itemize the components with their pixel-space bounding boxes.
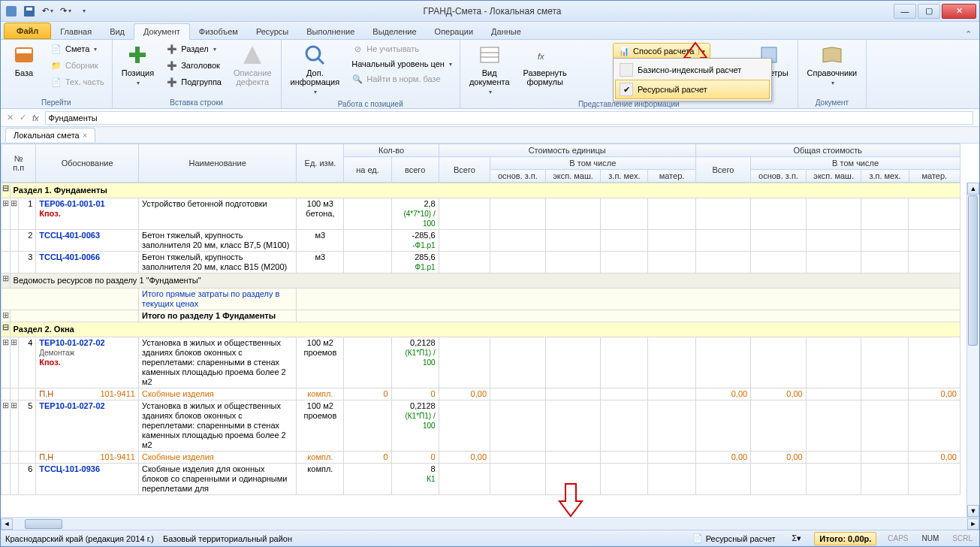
tab-phys[interactable]: Физобъем — [190, 24, 247, 39]
sheet-icon: 📄 — [692, 533, 704, 545]
checkbox-empty-icon — [620, 63, 633, 77]
table-row: 3 ТССЦ-401-0066 Бетон тяжелый, крупность… — [2, 252, 960, 274]
vertical-scrollbar[interactable]: ▲ ▼ — [966, 183, 979, 517]
tab-exec[interactable]: Выполнение — [297, 24, 363, 39]
tab-document[interactable]: Документ — [134, 23, 190, 40]
tab-home[interactable]: Главная — [51, 24, 101, 39]
ribbon: База 📄Смета▾ 📁Сборник 📄Тех. часть Перейт… — [1, 40, 979, 109]
totals-row: Итого прямые затраты по разделу в текущи… — [2, 289, 960, 310]
folder-icon: 📁 — [50, 59, 62, 71]
sheet-tab[interactable]: Локальная смета × — [5, 128, 95, 142]
tab-operations[interactable]: Операции — [426, 24, 482, 39]
close-button[interactable]: ✕ — [942, 4, 976, 19]
group-pos-label: Работа с позицией — [286, 98, 455, 110]
tab-data[interactable]: Данные — [482, 24, 530, 39]
data-grid: № п.п Обоснование Наименование Ед. изм. … — [1, 144, 979, 530]
svg-rect-2 — [26, 8, 32, 11]
sheet-tabs: Локальная смета × — [1, 127, 979, 144]
base-button[interactable]: База — [5, 41, 43, 79]
svg-rect-0 — [6, 6, 17, 17]
sbornik-button: 📁Сборник — [47, 58, 107, 73]
ribbon-tabs: Файл Главная Вид Документ Физобъем Ресур… — [1, 22, 979, 40]
doc-icon: 📄 — [50, 76, 62, 88]
warn-icon — [240, 43, 264, 67]
database-icon — [12, 43, 36, 67]
group-goto-label: Перейти — [5, 97, 107, 108]
qat-redo-icon[interactable]: ↷▾ — [58, 4, 73, 19]
vedom-row: ⊞Ведомость ресурсов по разделу 1 "Фундам… — [2, 274, 960, 289]
ribbon-collapse-icon[interactable]: ⌃ — [965, 29, 979, 39]
table-row: П,Н101-9411 Скобяные изделия компл. 0 0 … — [2, 452, 960, 464]
status-region: Краснодарский край (редакция 2014 г.) — [5, 534, 154, 543]
svg-rect-6 — [129, 53, 146, 57]
section-row: ⊟Раздел 2. Окна — [2, 322, 960, 337]
file-tab[interactable]: Файл — [4, 23, 51, 39]
group-doc-label: Документ — [803, 97, 862, 108]
annotation-arrow-down — [556, 482, 586, 520]
table-row: 2 ТССЦ-401-0063 Бетон тяжелый, крупность… — [2, 230, 960, 252]
sheet-icon: 📄 — [50, 43, 62, 55]
smeta-button[interactable]: 📄Смета▾ — [47, 41, 107, 56]
svg-line-9 — [318, 58, 324, 64]
qat-save-icon[interactable] — [22, 4, 37, 19]
grid-header: № п.п Обоснование Наименование Ед. изм. … — [1, 144, 960, 183]
formula-input[interactable] — [45, 111, 973, 125]
method-option-resource[interactable]: ✔ Ресурсный расчет — [615, 80, 770, 99]
book-icon — [820, 43, 844, 67]
qat-undo-icon[interactable]: ↶▾ — [40, 4, 55, 19]
svg-rect-10 — [481, 47, 499, 62]
sheet-close-icon[interactable]: × — [83, 131, 87, 140]
num-indicator: NUM — [920, 534, 942, 542]
status-calc-mode[interactable]: 📄 Ресурсный расчет — [688, 531, 779, 546]
method-dropdown: Базисно-индексный расчет ✔ Ресурсный рас… — [613, 58, 772, 101]
table-row: ⊞⊞ 1 ТЕР06-01-001-01Кпоз. Устройство бет… — [2, 198, 960, 230]
caps-indicator: CAPS — [885, 534, 910, 542]
subgroup-button[interactable]: ➕Подгруппа — [163, 74, 225, 89]
fbar-cancel-icon[interactable]: ✕ — [7, 113, 14, 122]
status-sigma-icon[interactable]: Σ▾ — [789, 532, 806, 545]
fx-icon: fx — [533, 43, 557, 67]
minimize-button[interactable]: — — [894, 4, 916, 19]
plus-icon — [125, 43, 149, 67]
table-row: П,Н101-9411 Скобяные изделия компл. 0 0 … — [2, 388, 960, 400]
position-button[interactable]: Позиция▾ — [117, 41, 159, 89]
table-row: ⊞⊞ 4 ТЕР10-01-027-02ДемонтажКпоз. Устано… — [2, 337, 960, 388]
fx-label: fx — [32, 113, 39, 122]
window-title: ГРАНД-Смета - Локальная смета — [91, 6, 894, 17]
qat-app-icon[interactable] — [4, 4, 19, 19]
sprav-button[interactable]: Справочники▾ — [803, 41, 862, 89]
horizontal-scrollbar[interactable]: ◄ ► — [1, 517, 979, 530]
ignore-button: ⊘Не учитывать — [348, 41, 455, 56]
qat-more-icon[interactable]: ▾ — [76, 4, 91, 19]
formula-bar: ✕ ✓ fx — [1, 109, 979, 127]
findnorm-button: 🔍Найти в норм. базе — [348, 71, 455, 86]
tab-resources[interactable]: Ресурсы — [247, 24, 297, 39]
svg-rect-4 — [17, 49, 32, 53]
defect-desc-button: Описание дефекта — [229, 41, 276, 88]
fbar-accept-icon[interactable]: ✓ — [20, 113, 26, 122]
status-bar: Краснодарский край (редакция 2014 г.) Ба… — [1, 530, 979, 546]
svg-marker-7 — [243, 46, 261, 64]
status-total: Итого: 0,00р. — [814, 532, 876, 545]
baselevel-button[interactable]: Начальный уровень цен▾ — [348, 58, 455, 70]
maximize-button[interactable]: ▢ — [918, 4, 940, 19]
method-option-basis[interactable]: Базисно-индексный расчет — [615, 60, 770, 80]
techpart-button: 📄Тех. часть — [47, 74, 107, 89]
section-button[interactable]: ➕Раздел▾ — [163, 41, 225, 56]
grid-icon — [478, 43, 502, 67]
dopinfo-button[interactable]: Доп. информация▾ — [286, 41, 345, 98]
docview-button[interactable]: Вид документа▾ — [465, 41, 514, 98]
status-area: Базовый территориальный район — [163, 534, 292, 543]
tab-view[interactable]: Вид — [101, 24, 134, 39]
table-row: 6 ТССЦ-101-0936 Скобяные изделия для око… — [2, 464, 960, 495]
header-button[interactable]: ➕Заголовок — [163, 58, 225, 73]
tab-selection[interactable]: Выделение — [363, 24, 425, 39]
grid-body[interactable]: ⊟Раздел 1. Фундаменты ⊞⊞ 1 ТЕР06-01-001-… — [1, 183, 960, 495]
group-insert-label: Вставка строки — [117, 97, 276, 108]
section-row: ⊟Раздел 1. Фундаменты — [2, 183, 960, 198]
svg-text:fx: fx — [538, 52, 544, 61]
calc-icon: 📊 — [618, 45, 630, 57]
scrl-indicator: SCRL — [950, 534, 975, 542]
table-row: ⊞⊞ 5 ТЕР10-01-027-02 Установка в жилых и… — [2, 400, 960, 452]
expand-button[interactable]: fx Развернуть формулы — [519, 41, 571, 88]
